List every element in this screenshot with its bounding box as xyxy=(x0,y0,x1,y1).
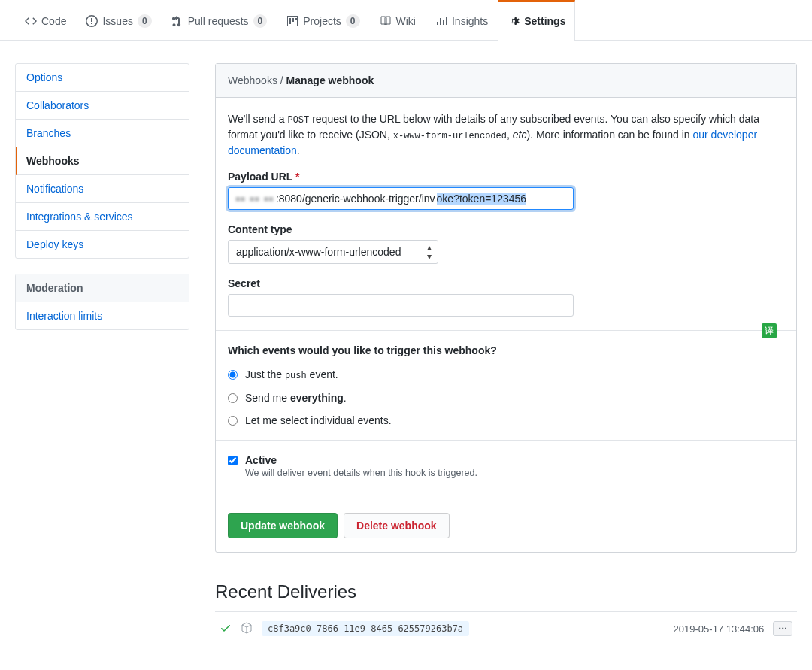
radio-push-label: Just the push event. xyxy=(245,368,338,381)
required-star: * xyxy=(295,171,299,183)
projects-count: 0 xyxy=(346,14,360,28)
breadcrumb-root[interactable]: Webhooks xyxy=(228,74,277,86)
sidebar-item-deploy-keys[interactable]: Deploy keys xyxy=(16,231,189,258)
intro-section: We'll send a POST request to the URL bel… xyxy=(216,98,796,331)
breadcrumb-sep: / xyxy=(277,74,286,86)
content-type-group: Content type application/x-www-form-urle… xyxy=(228,223,784,264)
issue-icon xyxy=(86,15,98,27)
post-code: POST xyxy=(287,115,309,126)
delete-webhook-button[interactable]: Delete webhook xyxy=(344,513,450,538)
radio-everything-label: Send me everything. xyxy=(245,392,347,404)
code-icon xyxy=(25,15,37,27)
radio-individual-label: Let me select individual events. xyxy=(245,414,392,426)
events-heading: Which events would you like to trigger t… xyxy=(228,344,784,356)
delivery-menu-button[interactable]: ··· xyxy=(773,621,792,636)
event-option-individual[interactable]: Let me select individual events. xyxy=(228,414,784,426)
enc-code: x-www-form-urlencoded xyxy=(393,131,507,141)
delivery-date: 2019-05-17 13:44:06 xyxy=(674,623,765,635)
main-content: Webhooks / Manage webhook We'll send a P… xyxy=(215,63,797,645)
pulls-count: 0 xyxy=(253,14,268,28)
sidebar-item-branches[interactable]: Branches xyxy=(16,120,189,147)
active-note: We will deliver event details when this … xyxy=(245,468,477,478)
sidebar-item-options[interactable]: Options xyxy=(16,64,189,92)
delivery-row[interactable]: c8f3a9c0-7866-11e9-8465-625579263b7a 201… xyxy=(215,612,797,645)
radio-push[interactable] xyxy=(228,370,238,380)
payload-url-label: Payload URL * xyxy=(228,171,784,183)
payload-url-group: Payload URL * ▪▪ ▪▪ ▪▪:8080/generic-webh… xyxy=(228,171,784,210)
tab-projects-label: Projects xyxy=(303,15,341,27)
radio-everything[interactable] xyxy=(228,393,238,403)
gear-icon xyxy=(508,15,520,27)
secret-group: Secret xyxy=(228,277,784,317)
sidebar-item-integrations[interactable]: Integrations & services xyxy=(16,203,189,231)
active-row[interactable]: Active We will deliver event details whe… xyxy=(228,454,784,478)
book-icon xyxy=(380,15,392,27)
tab-wiki[interactable]: Wiki xyxy=(370,0,426,40)
tab-settings[interactable]: Settings xyxy=(498,0,575,41)
project-icon xyxy=(286,15,298,27)
tab-settings-label: Settings xyxy=(524,15,565,27)
tab-code[interactable]: Code xyxy=(15,0,76,40)
tab-wiki-label: Wiki xyxy=(396,15,416,27)
webhook-panel: Webhooks / Manage webhook We'll send a P… xyxy=(215,63,797,553)
secret-label: Secret xyxy=(228,277,784,290)
sidebar-moderation: Moderation Interaction limits xyxy=(15,274,189,330)
radio-individual[interactable] xyxy=(228,416,238,426)
event-option-everything[interactable]: Send me everything. xyxy=(228,392,784,404)
tab-insights[interactable]: Insights xyxy=(426,0,498,40)
sidebar-item-interaction-limits[interactable]: Interaction limits xyxy=(16,302,189,329)
content-type-value: application/x-www-form-urlencoded xyxy=(236,246,401,258)
sidebar-item-notifications[interactable]: Notifications xyxy=(16,175,189,203)
tab-issues[interactable]: Issues 0 xyxy=(76,0,161,40)
content-type-select[interactable]: application/x-www-form-urlencoded ▴▾ xyxy=(228,240,438,264)
tab-issues-label: Issues xyxy=(102,15,132,27)
secret-input[interactable] xyxy=(228,294,574,317)
sidebar-item-webhooks[interactable]: Webhooks xyxy=(16,147,189,175)
repo-nav: Code Issues 0 Pull requests 0 Projects 0… xyxy=(0,0,812,41)
delivery-id: c8f3a9c0-7866-11e9-8465-625579263b7a xyxy=(262,621,469,636)
payload-url-input[interactable]: ▪▪ ▪▪ ▪▪:8080/generic-webhook-trigger/in… xyxy=(228,187,574,210)
git-pull-request-icon xyxy=(171,15,183,27)
chevron-updown-icon: ▴▾ xyxy=(427,243,432,261)
content-type-label: Content type xyxy=(228,223,784,235)
intro-text: We'll send a POST request to the URL bel… xyxy=(228,111,784,159)
redacted-host: ▪▪ ▪▪ ▪▪ xyxy=(236,193,274,205)
recent-deliveries-list: c8f3a9c0-7866-11e9-8465-625579263b7a 201… xyxy=(215,611,797,645)
recent-deliveries-heading: Recent Deliveries xyxy=(215,581,797,602)
issues-count: 0 xyxy=(138,14,152,28)
sidebar-moderation-header: Moderation xyxy=(16,274,189,302)
active-label: Active xyxy=(245,454,277,466)
active-section: Active We will deliver event details whe… xyxy=(216,441,796,502)
active-checkbox[interactable] xyxy=(228,456,238,465)
tab-pull-requests[interactable]: Pull requests 0 xyxy=(162,0,277,40)
sidebar-main: Options Collaborators Branches Webhooks … xyxy=(15,63,189,259)
graph-icon xyxy=(435,15,447,27)
event-option-push[interactable]: Just the push event. xyxy=(228,368,784,381)
tab-code-label: Code xyxy=(41,15,66,27)
tab-pulls-label: Pull requests xyxy=(188,15,249,27)
sidebar-item-collaborators[interactable]: Collaborators xyxy=(16,92,189,120)
translate-icon[interactable]: 译 xyxy=(762,323,777,338)
tab-projects[interactable]: Projects 0 xyxy=(277,0,369,40)
settings-sidebar: Options Collaborators Branches Webhooks … xyxy=(15,63,189,345)
tab-insights-label: Insights xyxy=(452,15,488,27)
check-icon xyxy=(220,622,232,636)
breadcrumb-current: Manage webhook xyxy=(286,74,374,86)
button-row: Update webhook Delete webhook xyxy=(216,502,796,552)
update-webhook-button[interactable]: Update webhook xyxy=(228,513,338,538)
package-icon xyxy=(241,622,253,636)
breadcrumb: Webhooks / Manage webhook xyxy=(216,64,796,98)
events-section: 译 Which events would you like to trigger… xyxy=(216,331,796,441)
